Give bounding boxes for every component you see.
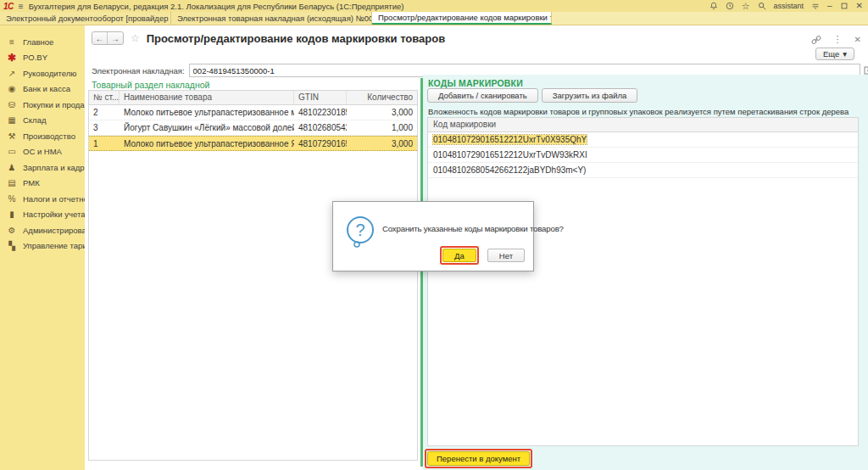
back-button[interactable]: ← bbox=[92, 32, 108, 44]
1c-logo-icon: 1С bbox=[3, 2, 14, 11]
transfer-to-document-button[interactable]: Перенести в документ bbox=[427, 451, 530, 466]
production-icon: ⚒ bbox=[7, 131, 17, 141]
marking-section-title: КОДЫ МАРКИРОВКИ bbox=[428, 78, 523, 88]
goods-table: № ст... Наименование товара GTIN Количес… bbox=[88, 90, 418, 461]
nesting-hint-text: Вложенность кодов маркировки товаров и г… bbox=[428, 107, 849, 116]
taxes-icon: % bbox=[7, 194, 17, 204]
code-row-selected[interactable]: 0104810729016512212UxrTv0X935QhY bbox=[428, 132, 858, 148]
manager-chart-icon: ↗ bbox=[7, 69, 17, 78]
section-sidebar: ≡Главное ✱PO.BY ↗Руководителю ◉Банк и ка… bbox=[0, 25, 85, 470]
po-by-icon: ✱ bbox=[7, 52, 17, 64]
svg-text:?: ? bbox=[355, 221, 364, 239]
tab-marking-codes[interactable]: Просмотр/редактирование кодов маркировки… bbox=[372, 12, 552, 25]
administration-icon: ⚙ bbox=[7, 226, 17, 235]
tab-label: Электронная товарная накладная (исходяща… bbox=[177, 14, 372, 23]
accounting-settings-icon: ▮ bbox=[7, 210, 17, 219]
sidebar-item-salary-staff[interactable]: ♟Зарплата и кадры bbox=[0, 159, 85, 176]
code-row[interactable]: 01048102680542662122jaBYDh93m<Y) bbox=[428, 163, 858, 178]
table-row[interactable]: 3 Йогурт Савушкин «Лёгкий» массовой доле… bbox=[89, 120, 417, 136]
warehouse-icon: ▦ bbox=[7, 115, 17, 125]
codes-table-header[interactable]: Код маркировки bbox=[428, 118, 858, 132]
search-icon[interactable] bbox=[758, 2, 766, 10]
tab-label: Просмотр/редактирование кодов маркировки… bbox=[378, 13, 552, 22]
question-icon: ? bbox=[345, 215, 376, 250]
code-row[interactable]: 0104810729016512212UxrTvDW93kRXI bbox=[428, 148, 858, 163]
sidebar-item-taxes[interactable]: %Налоги и отчетность bbox=[0, 191, 85, 207]
get-link-icon[interactable] bbox=[811, 35, 821, 45]
sidebar-item-main[interactable]: ≡Главное bbox=[0, 34, 85, 50]
marking-codes-panel: КОДЫ МАРКИРОВКИ Добавить / сканировать З… bbox=[423, 75, 868, 470]
main-hamburger-icon[interactable]: ≡ bbox=[19, 2, 24, 11]
tariff-icon: ▚ bbox=[7, 241, 17, 250]
cash-register-icon: ▤ bbox=[7, 178, 17, 187]
favorites-star-icon[interactable]: ☆ bbox=[742, 2, 750, 10]
fixed-assets-icon: ▭ bbox=[7, 147, 17, 156]
notifications-bell-icon[interactable] bbox=[709, 2, 718, 10]
goods-table-header[interactable]: № ст... Наименование товара GTIN Количес… bbox=[89, 91, 417, 105]
marking-codes-table: Код маркировки 0104810729016512212UxrTv0… bbox=[427, 117, 859, 446]
dialog-message: Сохранить указанные коды маркировки това… bbox=[382, 224, 564, 233]
sidebar-item-warehouse[interactable]: ▦Склад bbox=[0, 113, 85, 129]
tab-bar: Электронный документооборот [провайдер -… bbox=[0, 12, 868, 25]
sidebar-item-bank-cash[interactable]: ◉Банк и касса bbox=[0, 81, 85, 98]
chevron-down-icon: ▾ bbox=[843, 49, 847, 59]
sidebar-item-tariff[interactable]: ▚Управление тарифом bbox=[0, 238, 85, 255]
add-scan-button[interactable]: Добавить / сканировать bbox=[427, 88, 538, 103]
sidebar-item-manager[interactable]: ↗Руководителю bbox=[0, 65, 85, 81]
tab-waybill[interactable]: Электронная товарная накладная (исходяща… bbox=[171, 12, 372, 25]
forward-button[interactable]: → bbox=[108, 32, 123, 44]
more-button[interactable]: Еще▾ bbox=[815, 48, 854, 60]
yes-button[interactable]: Да bbox=[442, 249, 476, 262]
bank-cash-icon: ◉ bbox=[7, 84, 17, 93]
salary-staff-icon: ♟ bbox=[7, 163, 17, 172]
purchases-sales-icon: ⛁ bbox=[7, 100, 17, 109]
minimize-button[interactable]: – bbox=[827, 2, 832, 10]
service-menu-icon[interactable] bbox=[811, 2, 820, 10]
sidebar-item-fixed-assets[interactable]: ▭ОС и НМА bbox=[0, 144, 85, 160]
sidebar-item-po-by[interactable]: ✱PO.BY bbox=[0, 50, 85, 66]
close-window-button[interactable]: ✕ bbox=[856, 2, 863, 10]
close-form-icon[interactable]: ✕ bbox=[854, 35, 861, 44]
load-from-file-button[interactable]: Загрузить из файла bbox=[542, 88, 638, 103]
favorite-star-icon[interactable]: ☆ bbox=[131, 32, 140, 44]
save-confirmation-dialog: ? Сохранить указанные коды маркировки то… bbox=[332, 201, 534, 271]
click-target-annotation: Да bbox=[440, 246, 479, 265]
history-clock-icon[interactable] bbox=[726, 2, 734, 10]
more-menu-icon[interactable]: ⋮ bbox=[833, 34, 843, 45]
window-titlebar: 1С ≡ Бухгалтерия для Беларуси, редакция … bbox=[0, 0, 868, 12]
invoice-field-label: Электронная накладная: bbox=[92, 66, 185, 76]
tab-edocument-flow[interactable]: Электронный документооборот [провайдер -… bbox=[0, 12, 171, 25]
current-user[interactable]: assistant bbox=[774, 2, 804, 10]
main-menu-icon: ≡ bbox=[7, 37, 17, 47]
sidebar-item-purchases-sales[interactable]: ⛁Покупки и продажи bbox=[0, 97, 85, 113]
sidebar-item-administration[interactable]: ⚙Администрирование bbox=[0, 222, 85, 238]
window-title: Бухгалтерия для Беларуси, редакция 2.1. … bbox=[29, 2, 404, 11]
sidebar-item-rmk[interactable]: ▤РМК bbox=[0, 176, 85, 192]
sidebar-item-production[interactable]: ⚒Производство bbox=[0, 128, 85, 144]
form-content: ← → ☆ Просмотр/редактирование кодов марк… bbox=[85, 25, 868, 470]
page-title: Просмотр/редактирование кодов маркировки… bbox=[147, 32, 445, 45]
click-target-annotation: Перенести в документ bbox=[425, 449, 532, 468]
sidebar-item-accounting-settings[interactable]: ▮Настройки учета bbox=[0, 207, 85, 223]
restore-window-button[interactable] bbox=[840, 2, 849, 10]
tab-label: Электронный документооборот [провайдер -… bbox=[6, 14, 171, 23]
table-row-selected[interactable]: 1 Молоко питьевое ультрапастеризованное … bbox=[89, 136, 417, 151]
no-button[interactable]: Нет bbox=[487, 249, 525, 262]
table-row[interactable]: 2 Молоко питьевое ультрапастеризованное … bbox=[89, 105, 417, 120]
goods-section-title: Товарный раздел накладной bbox=[92, 80, 209, 90]
